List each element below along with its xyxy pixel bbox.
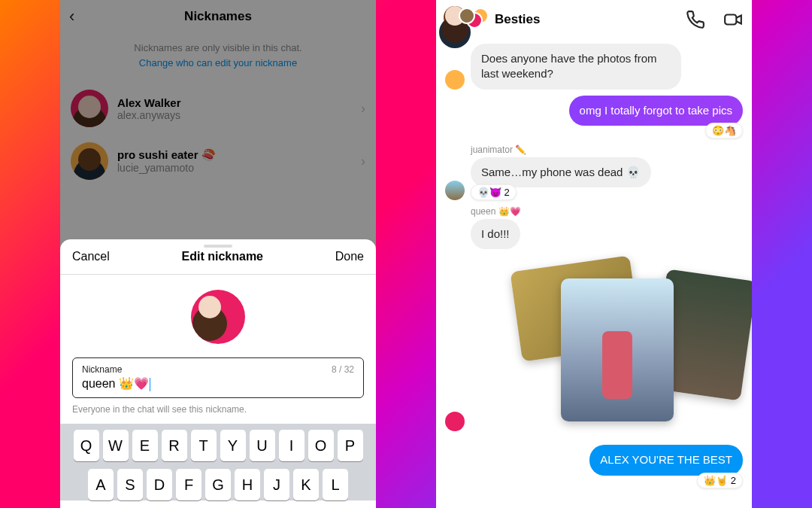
message-row: Same…my phone was dead 💀 💀😈 2 xyxy=(445,157,743,200)
message-bubble[interactable]: Does anyone have the photos from last we… xyxy=(471,44,681,90)
nickname-input[interactable]: Nickname 8 / 32 queen 👑💗 xyxy=(72,357,364,398)
sheet-title: Edit nickname xyxy=(182,250,263,263)
keyboard-key[interactable]: G xyxy=(205,469,231,500)
message-row: Does anyone have the photos from last we… xyxy=(445,44,743,90)
cancel-button[interactable]: Cancel xyxy=(72,250,110,263)
message-row: omg I totally forgot to take pics 😳🐴 xyxy=(445,96,743,138)
keyboard-key[interactable]: E xyxy=(132,430,158,461)
message-bubble[interactable]: ALEX YOU'RE THE BEST xyxy=(589,445,743,475)
keyboard-key[interactable]: Y xyxy=(220,430,246,461)
edit-nickname-sheet: Cancel Edit nickname Done Nickname 8 / 3… xyxy=(60,239,376,508)
message-row: ALEX YOU'RE THE BEST 👑🤘 2 xyxy=(445,445,743,488)
done-button[interactable]: Done xyxy=(335,250,364,263)
phone-chat-screen: ‹ Besties Does anyone have the photos fr… xyxy=(436,0,752,508)
text-cursor xyxy=(150,378,151,391)
reaction-pill[interactable]: 😳🐴 xyxy=(705,123,743,138)
avatar[interactable] xyxy=(445,412,465,431)
group-avatars[interactable] xyxy=(459,8,487,32)
avatar[interactable] xyxy=(445,181,465,200)
message-bubble[interactable]: I do!!! xyxy=(471,219,520,249)
keyboard-key[interactable]: Q xyxy=(74,430,99,461)
avatar-large xyxy=(191,290,245,344)
keyboard-key[interactable]: J xyxy=(264,469,289,500)
keyboard-row: ASDFGHJKL xyxy=(63,469,373,500)
phone-call-icon[interactable] xyxy=(686,10,705,29)
messages-list[interactable]: Does anyone have the photos from last we… xyxy=(436,39,752,499)
sheet-header: Cancel Edit nickname Done xyxy=(60,239,376,275)
keyboard-key[interactable]: D xyxy=(147,469,172,500)
chat-title[interactable]: Besties xyxy=(495,12,668,27)
keyboard-key[interactable]: A xyxy=(88,469,114,500)
avatar xyxy=(459,8,475,24)
keyboard-key[interactable]: K xyxy=(293,469,319,500)
keyboard-key[interactable]: T xyxy=(191,430,217,461)
sender-label: juanimator ✏️ xyxy=(471,144,743,155)
input-label: Nickname xyxy=(82,364,354,375)
input-value: queen 👑💗 xyxy=(82,376,354,391)
avatar[interactable] xyxy=(445,70,465,90)
sender-label: queen 👑💗 xyxy=(471,206,743,217)
phone-nicknames-screen: ‹ Nicknames Nicknames are only visible i… xyxy=(60,0,376,508)
keyboard-key[interactable]: U xyxy=(250,430,275,461)
sheet-body: Nickname 8 / 32 queen 👑💗 Everyone in the… xyxy=(60,275,376,424)
field-hint: Everyone in the chat will see this nickn… xyxy=(72,404,364,415)
video-call-icon[interactable] xyxy=(723,10,743,29)
keyboard-key[interactable]: P xyxy=(338,430,363,461)
message-bubble[interactable]: Same…my phone was dead 💀 xyxy=(471,157,651,187)
keyboard-key[interactable]: L xyxy=(323,469,348,500)
message-row: I do!!! xyxy=(445,219,743,249)
keyboard-key[interactable]: F xyxy=(176,469,201,500)
keyboard-key[interactable]: O xyxy=(308,430,334,461)
keyboard-key[interactable]: H xyxy=(235,469,260,500)
keyboard-key[interactable]: I xyxy=(279,430,304,461)
char-counter: 8 / 32 xyxy=(332,364,354,375)
keyboard: QWERTYUIOP ASDFGHJKL xyxy=(60,424,376,500)
photo-thumbnail[interactable] xyxy=(561,278,674,421)
reaction-pill[interactable]: 💀😈 2 xyxy=(471,184,517,200)
keyboard-row: QWERTYUIOP xyxy=(63,430,373,461)
message-bubble[interactable]: omg I totally forgot to take pics xyxy=(569,96,743,126)
message-row xyxy=(445,255,743,439)
keyboard-key[interactable]: W xyxy=(103,430,129,461)
svg-rect-0 xyxy=(725,15,736,25)
keyboard-key[interactable]: S xyxy=(117,469,143,500)
chat-header: ‹ Besties xyxy=(436,0,752,39)
reaction-pill[interactable]: 👑🤘 2 xyxy=(697,473,743,488)
keyboard-key[interactable]: R xyxy=(162,430,187,461)
